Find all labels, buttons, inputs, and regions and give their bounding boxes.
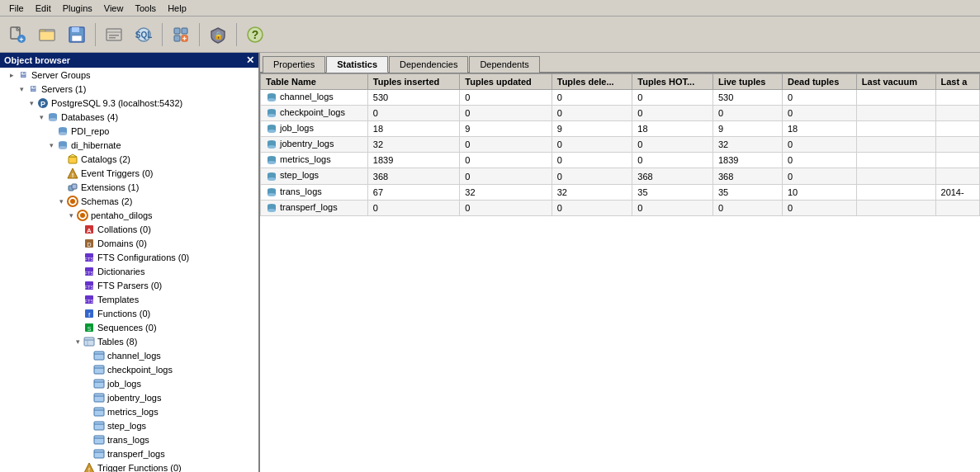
tree-item-job-logs[interactable]: job_logs <box>0 376 258 390</box>
table-row[interactable]: checkpoint_logs000000 <box>261 106 980 121</box>
tree-label: Trigger Functions (0) <box>97 463 182 473</box>
menu-plugins[interactable]: Plugins <box>58 2 97 14</box>
tree-item-jobentry-logs[interactable]: jobentry_logs <box>0 390 258 404</box>
tree-item-checkpoint-logs[interactable]: checkpoint_logs <box>0 362 258 376</box>
tree-label: job_logs <box>107 379 141 389</box>
table-row[interactable]: transperf_logs000000 <box>261 200 980 215</box>
table-row[interactable]: jobentry_logs32000320 <box>261 137 980 153</box>
query-button[interactable]: SQL <box>130 21 157 48</box>
tree-item-sequences[interactable]: S Sequences (0) <box>0 320 258 334</box>
tree-item-channel-logs[interactable]: channel_logs <box>0 348 258 362</box>
svg-rect-73 <box>94 422 104 430</box>
table-cell: 32 <box>552 184 632 200</box>
tree-item-pentaho-dilogs[interactable]: ▾ pentaho_dilogs <box>0 208 258 222</box>
step-logs-icon <box>92 419 106 432</box>
table-cell: 32 <box>713 137 782 153</box>
help-button[interactable]: ? <box>242 21 268 48</box>
svg-point-109 <box>267 209 276 212</box>
svg-text:+: + <box>19 35 23 44</box>
table-cell: checkpoint_logs <box>261 106 368 121</box>
svg-point-103 <box>267 177 276 181</box>
table-row[interactable]: job_logs189918918 <box>261 121 980 137</box>
table-cell <box>935 90 979 106</box>
tree-item-trans-logs[interactable]: trans_logs <box>0 432 258 446</box>
tree-item-server-groups[interactable]: ▸ 🖥 Server Groups <box>0 68 258 82</box>
tree-item-trigger-functions[interactable]: f Trigger Functions (0) <box>0 460 258 472</box>
sep-4 <box>236 23 237 46</box>
expand-icon <box>73 281 83 290</box>
tree-item-tables[interactable]: ▾ Tables (8) <box>0 334 258 348</box>
tree-item-di-hibernate[interactable]: ▾ di_hibernate <box>0 138 258 152</box>
save-button[interactable] <box>64 21 90 48</box>
table-cell: 0 <box>460 200 552 215</box>
col-last-a: Last a <box>935 74 979 90</box>
table-row[interactable]: step_logs368003683680 <box>261 168 980 184</box>
svg-rect-77 <box>94 450 104 458</box>
menu-help[interactable]: Help <box>163 2 192 14</box>
browse-button[interactable] <box>101 21 127 48</box>
expand-icon: ▾ <box>73 337 83 347</box>
open-button[interactable] <box>34 21 60 48</box>
tree-label: PDI_repo <box>71 126 109 136</box>
table-cell: 18 <box>632 121 713 137</box>
menu-view[interactable]: View <box>99 2 129 14</box>
svg-text:f: f <box>88 467 90 473</box>
tree-item-functions[interactable]: f Functions (0) <box>0 306 258 320</box>
expand-icon <box>56 182 66 192</box>
tree-item-databases[interactable]: ▾ Databases (4) <box>0 110 258 124</box>
menu-tools[interactable]: Tools <box>130 2 161 14</box>
tree-label: Server Groups <box>31 70 91 80</box>
expand-icon <box>56 154 66 164</box>
svg-rect-15 <box>174 28 180 34</box>
tree-item-fts-parsers[interactable]: FTS FTS Parsers (0) <box>0 278 258 292</box>
tree-item-schemas[interactable]: ▾ Schemas (2) <box>0 194 258 208</box>
tree-item-fts-configurations[interactable]: FTS FTS Configurations (0) <box>0 250 258 264</box>
tree-item-catalogs[interactable]: Catalogs (2) <box>0 152 258 166</box>
di-hibernate-icon <box>56 139 69 152</box>
object-browser-tree[interactable]: ▸ 🖥 Server Groups ▾ 🖥 Servers (1) ▾ P Po… <box>0 68 258 472</box>
shield-button[interactable]: 🔒 <box>205 21 231 48</box>
menu-file[interactable]: File <box>4 2 29 14</box>
tree-item-fts-dictionaries[interactable]: FTS Dictionaries <box>0 264 258 278</box>
job-logs-icon <box>92 377 106 390</box>
tree-item-metrics-logs[interactable]: metrics_logs <box>0 404 258 418</box>
tree-item-postgresql[interactable]: ▾ P PostgreSQL 9.3 (localhost:5432) <box>0 96 258 110</box>
new-button[interactable]: + <box>4 21 31 48</box>
tree-item-fts-templates[interactable]: FTS Templates <box>0 292 258 306</box>
tree-item-event-triggers[interactable]: ! Event Triggers (0) <box>0 166 258 180</box>
svg-point-94 <box>267 130 276 133</box>
table-cell: trans_logs <box>261 184 368 200</box>
table-row[interactable]: metrics_logs183900018390 <box>261 153 980 168</box>
statistics-table-container[interactable]: Table Name Tuples inserted Tuples update… <box>260 73 980 472</box>
sequences-icon: S <box>83 321 96 334</box>
tab-statistics[interactable]: Statistics <box>326 56 388 73</box>
svg-point-91 <box>267 114 276 117</box>
expand-icon <box>73 323 83 333</box>
tab-dependencies[interactable]: Dependencies <box>389 56 468 73</box>
menu-edit[interactable]: Edit <box>31 2 56 14</box>
tab-dependents[interactable]: Dependents <box>469 56 539 73</box>
tree-label: metrics_logs <box>107 407 159 417</box>
table-row[interactable]: trans_logs6732323535102014- <box>261 184 980 200</box>
tree-item-extensions[interactable]: Extensions (1) <box>0 180 258 194</box>
tree-item-pdi-repo[interactable]: PDI_repo <box>0 124 258 138</box>
tree-label: Schemas (2) <box>81 196 132 206</box>
tree-item-collations[interactable]: A Collations (0) <box>0 222 258 236</box>
table-cell: 0 <box>552 153 632 168</box>
tree-item-domains[interactable]: D Domains (0) <box>0 236 258 250</box>
panel-close-button[interactable]: ✕ <box>246 54 254 66</box>
sep-3 <box>199 23 200 46</box>
manage-button[interactable]: + <box>168 21 194 48</box>
expand-icon <box>73 267 83 276</box>
col-tuples-updated: Tuples updated <box>460 74 552 90</box>
table-cell: 9 <box>460 121 552 137</box>
right-panel: Properties Statistics Dependencies Depen… <box>260 53 980 472</box>
table-row[interactable]: channel_logs5300005300 <box>261 90 980 106</box>
table-cell: 35 <box>713 184 782 200</box>
expand-icon <box>73 224 83 234</box>
tab-properties[interactable]: Properties <box>263 56 325 73</box>
tree-item-step-logs[interactable]: step_logs <box>0 418 258 432</box>
tree-item-transperf-logs[interactable]: transperf_logs <box>0 446 258 460</box>
tree-item-servers[interactable]: ▾ 🖥 Servers (1) <box>0 82 258 96</box>
table-cell: 0 <box>632 153 713 168</box>
